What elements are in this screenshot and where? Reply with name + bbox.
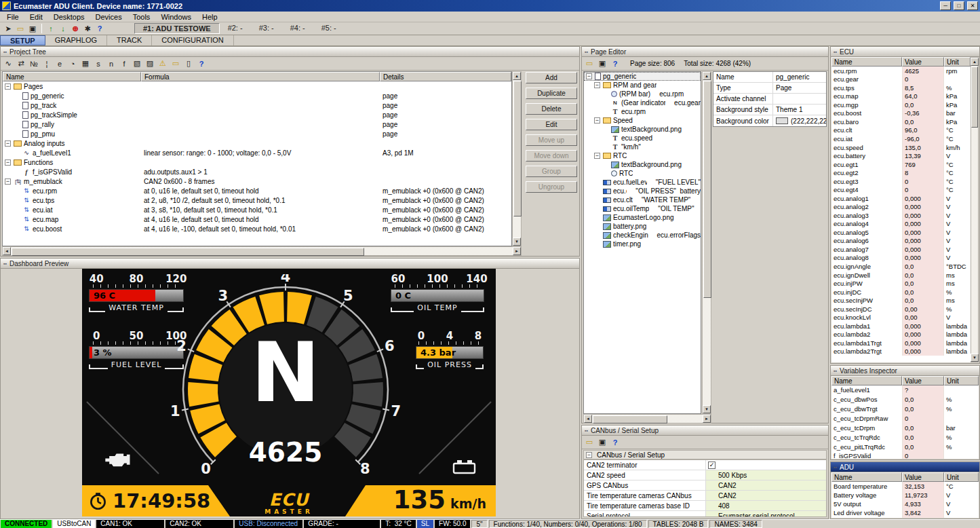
page-tree-row[interactable]: − ecu.rpm xyxy=(584,107,701,116)
column-header-unit[interactable]: Unit xyxy=(944,57,971,67)
setting-value[interactable]: CAN2 xyxy=(706,480,826,490)
add-page-icon[interactable]: ▯ xyxy=(182,58,195,69)
page-tree-row[interactable]: − RTC xyxy=(584,169,701,178)
expand-box[interactable]: − xyxy=(5,178,11,185)
channel-row[interactable]: ecu.rpm 4625 rpm xyxy=(831,67,971,75)
vertical-scrollbar[interactable]: ▲ ▼ xyxy=(702,71,711,414)
page-tree-row[interactable]: − ecu.oilPress "OIL PRESS" battery xyxy=(584,187,701,195)
menu-item[interactable]: Help xyxy=(197,12,223,22)
channel-row[interactable]: ecu.analog3 0,000 V xyxy=(831,211,971,220)
setting-value[interactable] xyxy=(706,460,826,470)
variable-row[interactable]: c_ecu_tcTrqRdc 0,0 % xyxy=(831,432,979,442)
channel-row[interactable]: ecu.egt1 769 °C xyxy=(831,160,971,169)
switch-icon[interactable]: ⇄ xyxy=(15,58,27,69)
page-tree-row[interactable]: − timer.png xyxy=(584,240,701,248)
scroll-down-icon[interactable]: ▼ xyxy=(513,238,521,246)
variable-row[interactable]: c_ecu_tcDrpmRaw 0 xyxy=(831,414,979,423)
enclosure-icon[interactable]: e xyxy=(54,58,66,69)
collapse-box[interactable]: − xyxy=(586,452,592,458)
minimize-button[interactable]: ─ xyxy=(940,1,951,10)
device-tab[interactable]: #4: - xyxy=(282,23,313,34)
horizontal-scrollbar[interactable]: ◄ ► xyxy=(583,414,711,423)
property-value[interactable]: Theme 1 xyxy=(773,106,826,113)
menu-item[interactable]: Tools xyxy=(128,12,156,22)
channel-row[interactable]: ecu.speed 135,0 km/h xyxy=(831,143,971,152)
column-header-value[interactable]: Value xyxy=(902,57,944,67)
channel-row[interactable]: ecu.analog1 0,000 V xyxy=(831,194,971,203)
scrollbar-thumb[interactable] xyxy=(513,81,522,216)
channel-row[interactable]: ecu.lambda1 0,000 lambda xyxy=(831,322,971,331)
number-channel-icon[interactable]: № xyxy=(28,58,40,69)
channel-row[interactable]: ecu.boost -0,36 bar xyxy=(831,109,971,118)
project-tree-row[interactable]: − pg_generic page xyxy=(3,91,511,100)
scroll-up-icon[interactable]: ▲ xyxy=(971,58,979,66)
menu-item[interactable]: Edit xyxy=(24,12,48,22)
setting-value[interactable]: CAN2 xyxy=(706,491,826,500)
main-tab[interactable]: GRAPHLOG xyxy=(45,35,107,45)
project-tree-row[interactable]: − m_emublack CAN2 0x600 - 8 frames xyxy=(3,176,511,186)
project-tree-row[interactable]: − pg_pmu page xyxy=(3,129,511,138)
adu-row[interactable]: Battery voltage 11,9723 V xyxy=(831,491,979,499)
scrollbar-thumb[interactable] xyxy=(12,248,364,256)
channel-row[interactable]: ecu.injDC 0,0 % xyxy=(831,288,971,297)
timer-icon[interactable]: ◔ xyxy=(66,58,79,69)
column-header-name[interactable]: Name xyxy=(831,57,902,67)
main-tab[interactable]: TRACK xyxy=(107,35,152,45)
group-icon[interactable]: ▭ xyxy=(170,58,182,69)
project-tree-row[interactable]: − ecu.iat at 3, s8, *10, default set 0, … xyxy=(3,205,511,214)
variable-row[interactable]: c_ecu_dbwTrgt 0,0 % xyxy=(831,404,979,414)
expand-box[interactable]: − xyxy=(5,83,11,90)
channel-row[interactable]: ecu.injPW 0,0 ms xyxy=(831,279,971,288)
project-tree-row[interactable]: − ecu.tps at 2, u8, *10 /2, default set … xyxy=(3,195,511,205)
checkbox[interactable] xyxy=(708,461,716,469)
channel-row[interactable]: ecu.map 64,0 kPa xyxy=(831,92,971,101)
expand-box[interactable]: − xyxy=(594,117,600,124)
project-tree-row[interactable]: − ecu.rpm at 0, u16 le, default set 0, t… xyxy=(3,186,511,195)
record-icon[interactable]: ⊕ xyxy=(69,23,81,34)
scroll-up-icon[interactable]: ▲ xyxy=(703,72,711,80)
vertical-scrollbar[interactable]: ▲ ▼ xyxy=(512,71,522,246)
scrollbar-thumb[interactable] xyxy=(971,67,978,128)
page-tree-row[interactable]: − ecu.clt "WATER TEMP" xyxy=(584,195,701,204)
tree-action-button[interactable]: Delete xyxy=(526,103,577,115)
scroll-right-icon[interactable]: ► xyxy=(703,415,711,423)
project-tree-row[interactable]: − a_fuelLevel1 linear sensor: range: 0 -… xyxy=(3,148,511,157)
channel-row[interactable]: ecu.gear 0 xyxy=(831,75,971,84)
expand-box[interactable]: − xyxy=(594,153,600,159)
setting-value[interactable]: Ecumaster serial protocol xyxy=(706,511,826,517)
open-file-icon[interactable]: ▭ xyxy=(14,23,26,34)
column-header-value[interactable]: Value xyxy=(902,472,944,482)
string-icon[interactable]: s xyxy=(92,58,104,69)
channel-row[interactable]: ecu.analog4 0,000 V xyxy=(831,220,971,229)
adu-row[interactable]: Light sensor xyxy=(831,517,979,518)
project-tree-row[interactable]: − pg_trackSimple page xyxy=(3,110,511,119)
expand-box[interactable]: − xyxy=(586,73,592,79)
page-tree-row[interactable]: − RPM and gear xyxy=(584,81,701,90)
tree-action-button[interactable]: Move down xyxy=(526,150,577,162)
property-value[interactable]: Page xyxy=(773,84,826,92)
bgcolor-swatch[interactable] xyxy=(776,117,788,124)
channel-row[interactable]: ecu.battery 13,39 V xyxy=(831,151,971,160)
device-tab[interactable]: #1: ADU TESTOWE xyxy=(134,23,220,34)
channel-row[interactable]: ecu.lambda2Trgt 0,000 lambda xyxy=(831,347,971,356)
device-tab[interactable]: #2: - xyxy=(220,23,251,34)
vertical-scrollbar[interactable]: ▲ ▼ xyxy=(971,57,979,362)
page-tree-row[interactable]: − textBackground.png xyxy=(584,125,701,134)
setting-value[interactable]: 500 Kbps xyxy=(706,470,826,480)
main-tab[interactable]: SETUP xyxy=(0,35,45,45)
tree-action-button[interactable]: Move up xyxy=(526,134,577,146)
function-icon[interactable]: f xyxy=(118,58,130,69)
channel-row[interactable]: ecu.analog6 0,000 V xyxy=(831,237,971,246)
table-icon[interactable]: ▦ xyxy=(79,58,92,69)
channel-row[interactable]: ecu.knockLvl 0,00 V xyxy=(831,313,971,322)
channel-row[interactable]: ecu.analog2 0,000 V xyxy=(831,203,971,212)
page-tree-row[interactable]: − textBackground.png xyxy=(584,160,701,169)
page-tree-row[interactable]: − ecu.speed xyxy=(584,134,701,143)
pointer-icon[interactable]: ➤ xyxy=(2,23,14,34)
channel-row[interactable]: ecu.egt4 0 °C xyxy=(831,185,971,194)
project-tree-row[interactable]: − Pages xyxy=(3,81,511,91)
channel-row[interactable]: ecu.secInjPW 0,0 ms xyxy=(831,296,971,305)
can-import-icon[interactable]: ▨ xyxy=(144,58,156,69)
warning-icon[interactable]: ⚠ xyxy=(157,58,169,69)
column-header-unit[interactable]: Unit xyxy=(944,376,979,385)
